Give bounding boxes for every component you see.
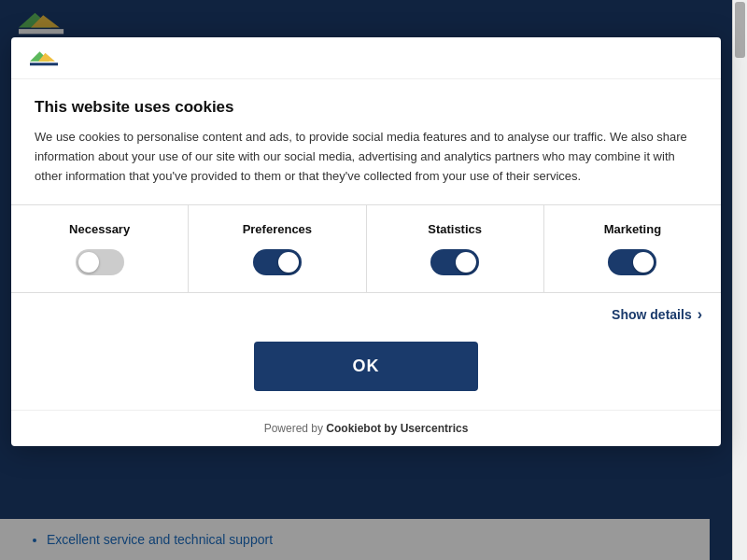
statistics-toggle-knob [456,252,476,273]
chevron-right-icon: › [698,306,702,323]
preferences-toggle-knob [278,252,299,273]
scrollbar-thumb[interactable] [735,2,745,58]
preferences-label: Preferences [243,222,312,236]
marketing-toggle[interactable] [608,249,656,275]
modal-footer: Powered by Cookiebot by Usercentrics [11,410,721,446]
cookiebot-link[interactable]: Cookiebot by Usercentrics [326,422,468,435]
statistics-label: Statistics [428,222,482,236]
cookie-category-necessary: Necessary [11,205,189,292]
show-details-row: Show details › [11,293,721,336]
cookie-modal: This website uses cookies We use cookies… [11,37,721,446]
cookie-category-statistics: Statistics [367,205,544,292]
show-details-label: Show details [612,307,692,322]
modal-logo-bar [11,37,721,79]
modal-logo-icon [30,49,86,67]
necessary-label: Necessary [69,222,130,236]
marketing-toggle-knob [633,252,654,273]
scrollbar[interactable] [732,0,747,560]
cookie-category-preferences: Preferences [189,205,366,292]
necessary-toggle[interactable] [76,249,124,275]
marketing-label: Marketing [604,222,661,236]
ok-section: OK [11,336,721,410]
cookie-category-marketing: Marketing [544,205,721,292]
show-details-button[interactable]: Show details › [612,306,702,323]
modal-overlay: This website uses cookies We use cookies… [0,0,732,560]
modal-description: We use cookies to personalise content an… [35,128,698,186]
cookie-categories: NecessaryPreferencesStatisticsMarketing [11,204,721,293]
statistics-toggle[interactable] [430,249,479,275]
preferences-toggle[interactable] [253,249,302,275]
modal-title: This website uses cookies [35,98,698,117]
svg-rect-5 [30,63,58,65]
necessary-toggle-knob [78,252,99,273]
modal-body: This website uses cookies We use cookies… [11,79,721,204]
ok-button[interactable]: OK [254,342,478,391]
powered-by-text: Powered by [264,422,327,435]
